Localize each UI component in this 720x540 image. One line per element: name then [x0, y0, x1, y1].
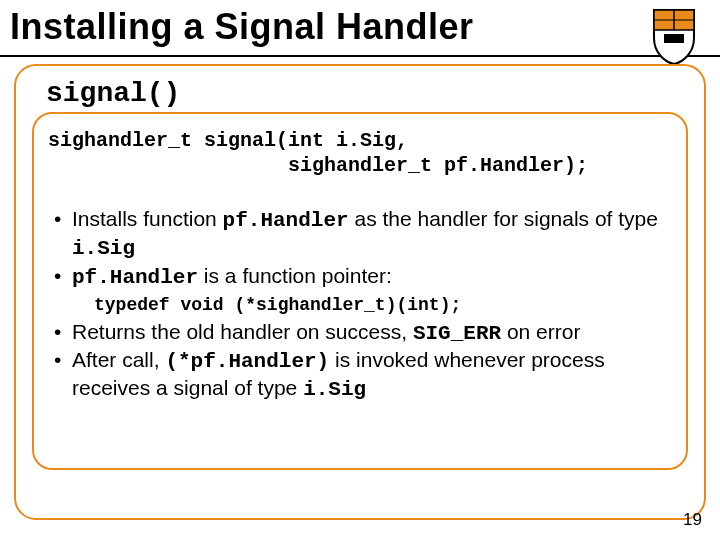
text: Installs function	[72, 207, 223, 230]
code-text: i.Sig	[72, 237, 135, 260]
page-number: 19	[683, 510, 702, 530]
typedef-line: typedef void (*sighandler_t)(int);	[94, 295, 672, 315]
code-text: (*pf.Handler)	[165, 350, 329, 373]
inner-frame: sighandler_t signal(int i.Sig, sighandle…	[32, 112, 688, 470]
bullet-list: Installs function pf.Handler as the hand…	[52, 206, 672, 291]
code-text: i.Sig	[303, 378, 366, 401]
princeton-shield-icon	[650, 8, 698, 66]
function-prototype: sighandler_t signal(int i.Sig, sighandle…	[48, 128, 672, 178]
text: Returns the old handler on success,	[72, 320, 413, 343]
text: as the handler for signals of type	[349, 207, 658, 230]
proto-line-1: sighandler_t signal(int i.Sig,	[48, 129, 408, 152]
code-text: pf.Handler	[223, 209, 349, 232]
bullet-1: Installs function pf.Handler as the hand…	[52, 206, 672, 263]
slide: Installing a Signal Handler signal() sig…	[0, 0, 720, 540]
text: is a function pointer:	[198, 264, 392, 287]
bullet-2: pf.Handler is a function pointer:	[52, 263, 672, 291]
code-text: pf.Handler	[72, 266, 198, 289]
text: on error	[501, 320, 580, 343]
proto-line-2: sighandler_t pf.Handler);	[48, 154, 588, 177]
title-underline	[0, 55, 720, 57]
section-heading: signal()	[46, 78, 180, 109]
slide-title: Installing a Signal Handler	[10, 6, 474, 48]
svg-rect-0	[664, 34, 684, 43]
text: After call,	[72, 348, 165, 371]
bullet-3: Returns the old handler on success, SIG_…	[52, 319, 672, 347]
code-text: SIG_ERR	[413, 322, 501, 345]
bullet-list-2: Returns the old handler on success, SIG_…	[52, 319, 672, 404]
bullet-4: After call, (*pf.Handler) is invoked whe…	[52, 347, 672, 404]
